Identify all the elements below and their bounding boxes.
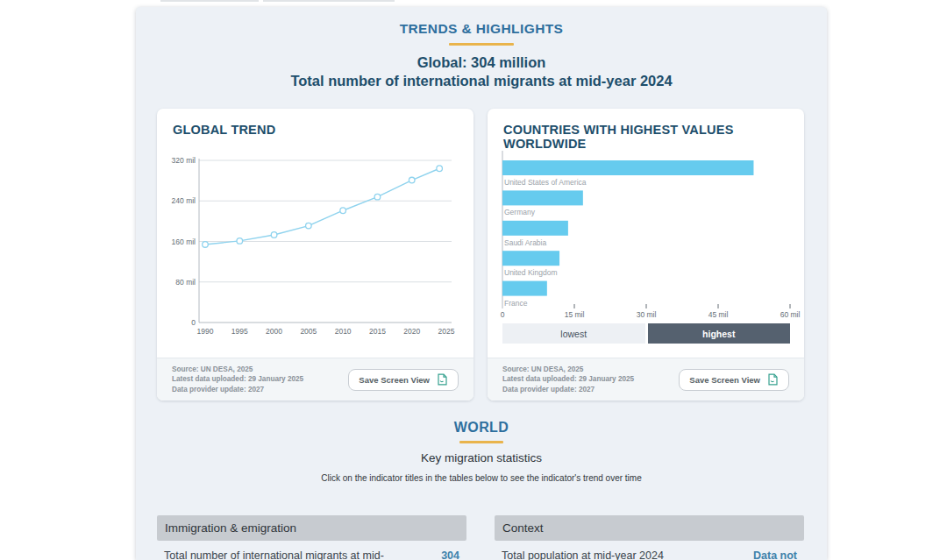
svg-text:45 mil: 45 mil [708,310,729,319]
svg-text:2025: 2025 [438,327,455,336]
svg-text:France: France [504,299,528,308]
trends-highlights-title: TRENDS & HIGHLIGHTS [136,21,827,37]
immigration-emigration-table: Immigration & emigration Total number of… [157,515,466,560]
indicator-value: Data not available [744,549,797,560]
source-line: Data provider update: 2027 [502,385,634,395]
save-screen-view-label: Save Screen View [359,375,430,385]
table-header-immigration: Immigration & emigration [157,515,466,541]
world-title: WORLD [136,420,827,436]
countries-highest-card: COUNTRIES WITH HIGHEST VALUES WORLDWIDE … [488,109,804,401]
save-screen-view-button[interactable]: Save Screen View [679,369,789,391]
svg-text:1990: 1990 [197,327,214,336]
svg-text:United Kingdom: United Kingdom [504,268,557,277]
indicator-title-link[interactable]: Total population at mid-year 2024 [502,549,744,560]
svg-text:2015: 2015 [369,327,386,336]
indicator-value: 304 million [405,549,459,560]
global-trend-line-chart: 080 mil160 mil240 mil320 mil199019952000… [157,152,474,345]
world-underline [459,441,503,443]
svg-text:2005: 2005 [300,327,317,336]
world-section: WORLD Key migration statistics Click on … [136,420,827,483]
svg-text:Saudi Arabia: Saudi Arabia [504,238,546,247]
source-info: Source: UN DESA, 2025 Latest data upload… [172,365,303,395]
indicator-title-link[interactable]: Total number of international migrants a… [164,549,405,560]
world-subtitle: Key migration statistics [136,451,827,464]
toggle-lowest[interactable]: lowest [502,323,645,344]
global-trend-card-title: GLOBAL TREND [173,123,275,137]
top-countries-bar-chart: United States of AmericaGermanySaudi Ara… [488,144,804,323]
svg-text:15 mil: 15 mil [565,310,585,319]
source-line: Latest data uploaded: 29 January 2025 [502,374,634,385]
table-header-context: Context [495,515,804,541]
global-trend-card: GLOBAL TREND 080 mil160 mil240 mil320 mi… [157,109,474,401]
world-hint: Click on the indicator titles in the tab… [136,473,827,483]
top-cutoff-control [263,0,395,2]
svg-text:80 mil: 80 mil [175,278,196,287]
table-row: Total number of international migrants a… [157,549,466,560]
svg-text:United States of America: United States of America [504,178,587,187]
lowest-highest-toggle: lowest highest [502,323,790,344]
source-line: Source: UN DESA, 2025 [172,365,303,375]
svg-text:1995: 1995 [231,327,248,336]
source-line: Source: UN DESA, 2025 [502,365,634,375]
svg-text:60 mil: 60 mil [780,310,801,319]
source-line: Data provider update: 2027 [172,385,303,395]
headline-label: Total number of international migrants a… [136,72,827,90]
save-screen-view-button[interactable]: Save Screen View [348,369,459,391]
svg-text:30 mil: 30 mil [637,310,657,319]
headline-value: Global: 304 million [136,53,827,72]
svg-text:2010: 2010 [335,327,352,336]
pdf-download-icon [766,373,779,386]
svg-text:240 mil: 240 mil [172,196,196,205]
svg-text:0: 0 [191,318,196,327]
svg-text:Germany: Germany [504,208,536,216]
pdf-download-icon [436,373,448,386]
context-table: Context Total population at mid-year 202… [495,515,804,560]
svg-text:2000: 2000 [266,327,282,336]
migration-portal-page: TRENDS & HIGHLIGHTS Global: 304 million … [0,0,947,560]
top-cutoff-control [160,0,259,2]
save-screen-view-label: Save Screen View [689,375,760,385]
source-line: Latest data uploaded: 29 January 2025 [172,374,303,385]
svg-text:320 mil: 320 mil [172,156,196,165]
countries-card-footer: Source: UN DESA, 2025 Latest data upload… [488,358,804,401]
svg-text:2020: 2020 [403,327,420,336]
section-header: TRENDS & HIGHLIGHTS Global: 304 million … [136,21,827,90]
table-row: Total population at mid-year 2024 Data n… [495,549,804,560]
global-trend-card-footer: Source: UN DESA, 2025 Latest data upload… [157,358,474,401]
svg-text:0: 0 [501,310,505,319]
toggle-highest[interactable]: highest [648,323,791,344]
svg-text:160 mil: 160 mil [172,237,196,246]
trends-underline [449,43,514,46]
source-info: Source: UN DESA, 2025 Latest data upload… [502,365,634,395]
